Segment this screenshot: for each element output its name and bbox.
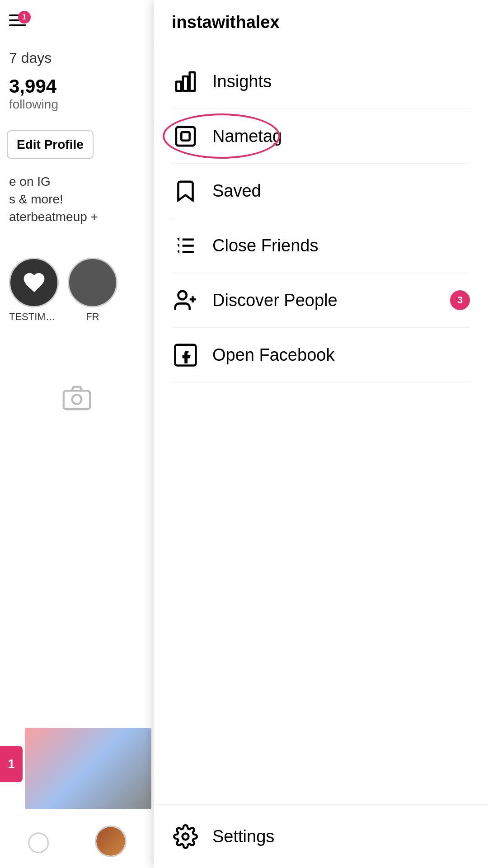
menu-item-open-facebook[interactable]: Open Facebook bbox=[154, 328, 488, 382]
highlight-circle-testimonials bbox=[9, 258, 59, 307]
heart-icon bbox=[22, 270, 47, 295]
svg-rect-2 bbox=[176, 81, 181, 91]
profile-top-bar: 1 bbox=[0, 0, 154, 41]
story-highlights: TESTIMONI... FR bbox=[0, 244, 154, 336]
menu-item-discover-people[interactable]: Discover People 3 bbox=[154, 273, 488, 327]
following-count: 3,994 bbox=[9, 75, 145, 97]
following-section: 3,994 following bbox=[0, 71, 154, 121]
bio-line2: s & more! bbox=[9, 190, 145, 208]
close-friends-icon bbox=[172, 232, 199, 259]
camera-area bbox=[0, 373, 154, 422]
menu-item-close-friends[interactable]: Close Friends bbox=[154, 218, 488, 273]
days-text: 7 days bbox=[0, 41, 154, 71]
post-thumbnail bbox=[25, 728, 151, 809]
svg-point-17 bbox=[182, 833, 188, 840]
svg-point-13 bbox=[178, 291, 186, 299]
edit-profile-button[interactable]: Edit Profile bbox=[7, 130, 94, 159]
bio-line1: e on IG bbox=[9, 173, 145, 190]
add-person-icon bbox=[172, 287, 199, 314]
settings-label: Settings bbox=[212, 827, 274, 846]
menu-item-settings[interactable]: Settings bbox=[154, 804, 488, 868]
following-label: following bbox=[9, 97, 145, 112]
svg-marker-10 bbox=[177, 237, 179, 241]
svg-marker-11 bbox=[177, 243, 179, 247]
open-facebook-label: Open Facebook bbox=[212, 345, 334, 365]
bottom-nav-left: ◯ bbox=[0, 814, 154, 868]
hamburger-button[interactable]: 1 bbox=[9, 14, 26, 26]
divider-6 bbox=[172, 382, 470, 382]
highlight-label-fr: FR bbox=[86, 311, 99, 323]
facebook-icon bbox=[172, 341, 199, 368]
profile-nav-avatar[interactable] bbox=[95, 826, 127, 857]
discover-people-label: Discover People bbox=[212, 291, 338, 310]
saved-label: Saved bbox=[212, 181, 261, 201]
highlight-item-testimonials[interactable]: TESTIMONI... bbox=[9, 258, 59, 323]
red-badge-left: 1 bbox=[0, 746, 23, 782]
nametag-icon bbox=[172, 123, 199, 150]
menu-header: instawithalex bbox=[154, 0, 488, 45]
svg-rect-0 bbox=[64, 391, 90, 409]
menu-item-insights[interactable]: Insights bbox=[154, 54, 488, 108]
svg-rect-6 bbox=[181, 132, 189, 140]
svg-point-1 bbox=[72, 395, 81, 404]
menu-username: instawithalex bbox=[172, 13, 280, 32]
dropdown-menu-panel: instawithalex Insights bbox=[154, 0, 488, 868]
bookmark-icon bbox=[172, 177, 199, 204]
svg-marker-12 bbox=[177, 250, 179, 254]
highlight-item-fr[interactable]: FR bbox=[68, 258, 117, 323]
highlight-label-testimonials: TESTIMONI... bbox=[9, 311, 59, 323]
bar-chart-icon bbox=[172, 68, 199, 95]
nametag-label: Nametag bbox=[212, 127, 282, 146]
bio-username: aterbeatmeup + bbox=[9, 208, 145, 226]
close-friends-label: Close Friends bbox=[212, 236, 318, 255]
svg-rect-3 bbox=[183, 76, 188, 91]
menu-item-nametag[interactable]: Nametag bbox=[154, 109, 488, 163]
svg-rect-4 bbox=[189, 72, 194, 90]
search-nav-icon[interactable]: ◯ bbox=[27, 829, 50, 853]
profile-panel: 1 7 days 3,994 following Edit Profile e … bbox=[0, 0, 154, 868]
bio-section: e on IG s & more! aterbeatmeup + bbox=[0, 168, 154, 231]
menu-list: Insights Nametag Saved bbox=[154, 45, 488, 392]
camera-icon bbox=[61, 382, 93, 413]
hamburger-notification-badge: 1 bbox=[18, 11, 31, 24]
discover-people-badge: 3 bbox=[450, 290, 470, 310]
gear-icon bbox=[172, 823, 199, 850]
menu-item-saved[interactable]: Saved bbox=[154, 164, 488, 218]
svg-rect-5 bbox=[176, 127, 194, 145]
insights-label: Insights bbox=[212, 72, 272, 91]
highlight-circle-fr bbox=[68, 258, 117, 307]
